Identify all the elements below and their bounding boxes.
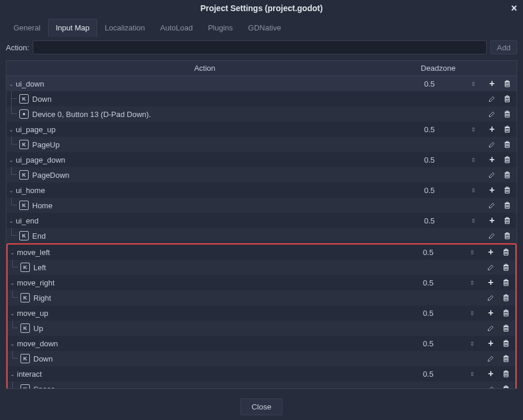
tab-gdnative[interactable]: GDNative bbox=[240, 19, 288, 37]
delete-icon[interactable] bbox=[501, 247, 511, 257]
action-tree[interactable]: ⌄ui_down0.5⇳KDownDevice 0, Button 13 (D-… bbox=[6, 76, 517, 388]
delete-icon[interactable] bbox=[501, 384, 511, 388]
close-button[interactable]: Close bbox=[240, 398, 283, 415]
spinner-icon[interactable]: ⇳ bbox=[471, 157, 479, 163]
delete-icon[interactable] bbox=[501, 323, 511, 333]
spinner-icon[interactable]: ⇳ bbox=[471, 81, 479, 87]
event-row[interactable]: KDown bbox=[6, 91, 517, 106]
expand-icon[interactable]: ⌄ bbox=[9, 126, 15, 133]
expand-icon[interactable]: ⌄ bbox=[10, 249, 16, 256]
action-row[interactable]: ⌄ui_end0.5⇳ bbox=[6, 213, 517, 228]
delete-icon[interactable] bbox=[501, 278, 511, 287]
spinner-icon[interactable]: ⇳ bbox=[471, 187, 479, 194]
tab-plugins[interactable]: Plugins bbox=[200, 19, 240, 37]
action-row[interactable]: ⌄move_right0.5⇳ bbox=[8, 275, 515, 290]
expand-icon[interactable]: ⌄ bbox=[9, 157, 15, 163]
delete-icon[interactable] bbox=[503, 125, 512, 134]
edit-icon[interactable] bbox=[487, 201, 497, 210]
add-event-icon[interactable] bbox=[487, 125, 497, 134]
edit-icon[interactable] bbox=[487, 170, 497, 180]
delete-icon[interactable] bbox=[503, 94, 512, 104]
action-row[interactable]: ⌄ui_home0.5⇳ bbox=[6, 183, 517, 198]
column-action[interactable]: Action bbox=[6, 61, 403, 75]
deadzone-value[interactable]: 0.5 bbox=[421, 80, 471, 88]
deadzone-value[interactable]: 0.5 bbox=[419, 309, 470, 318]
delete-icon[interactable] bbox=[503, 185, 512, 195]
add-event-icon[interactable] bbox=[486, 247, 496, 257]
add-event-icon[interactable] bbox=[486, 308, 496, 318]
delete-icon[interactable] bbox=[501, 308, 511, 318]
event-row[interactable]: KHome bbox=[6, 198, 517, 213]
edit-icon[interactable] bbox=[486, 323, 496, 333]
expand-icon[interactable]: ⌄ bbox=[10, 371, 16, 377]
add-event-icon[interactable] bbox=[486, 339, 496, 348]
edit-icon[interactable] bbox=[487, 140, 497, 149]
edit-icon[interactable] bbox=[487, 109, 497, 119]
event-row[interactable]: KSpace bbox=[8, 381, 515, 388]
deadzone-value[interactable]: 0.5 bbox=[421, 186, 471, 195]
delete-icon[interactable] bbox=[501, 293, 511, 302]
action-row[interactable]: ⌄move_left0.5⇳ bbox=[8, 245, 515, 260]
add-event-icon[interactable] bbox=[486, 369, 496, 378]
add-event-icon[interactable] bbox=[487, 155, 497, 164]
expand-icon[interactable]: ⌄ bbox=[10, 340, 16, 347]
expand-icon[interactable]: ⌄ bbox=[9, 187, 15, 194]
spinner-icon[interactable]: ⇳ bbox=[471, 218, 479, 224]
edit-icon[interactable] bbox=[487, 231, 497, 240]
delete-icon[interactable] bbox=[503, 216, 512, 225]
delete-icon[interactable] bbox=[503, 170, 512, 180]
deadzone-value[interactable]: 0.5 bbox=[421, 156, 471, 164]
deadzone-value[interactable]: 0.5 bbox=[419, 248, 470, 257]
tab-autoload[interactable]: AutoLoad bbox=[153, 19, 201, 37]
tab-general[interactable]: General bbox=[6, 19, 48, 37]
delete-icon[interactable] bbox=[501, 263, 511, 272]
action-input[interactable] bbox=[33, 40, 487, 54]
edit-icon[interactable] bbox=[486, 263, 496, 272]
delete-icon[interactable] bbox=[501, 369, 511, 378]
deadzone-value[interactable]: 0.5 bbox=[419, 370, 470, 378]
delete-icon[interactable] bbox=[501, 354, 511, 363]
expand-icon[interactable]: ⌄ bbox=[10, 310, 16, 316]
delete-icon[interactable] bbox=[503, 201, 512, 210]
delete-icon[interactable] bbox=[503, 109, 512, 119]
edit-icon[interactable] bbox=[487, 94, 497, 104]
expand-icon[interactable]: ⌄ bbox=[9, 81, 15, 87]
event-row[interactable]: KPageDown bbox=[6, 167, 517, 183]
add-event-icon[interactable] bbox=[487, 79, 497, 88]
close-icon[interactable]: × bbox=[511, 2, 517, 15]
event-row[interactable]: KDown bbox=[8, 351, 515, 366]
edit-icon[interactable] bbox=[486, 354, 496, 363]
action-row[interactable]: ⌄ui_down0.5⇳ bbox=[6, 76, 517, 91]
add-event-icon[interactable] bbox=[487, 185, 497, 195]
event-row[interactable]: KPageUp bbox=[6, 137, 517, 152]
event-row[interactable]: Device 0, Button 13 (D-Pad Down). bbox=[6, 106, 517, 122]
delete-icon[interactable] bbox=[503, 155, 512, 164]
deadzone-value[interactable]: 0.5 bbox=[421, 216, 471, 225]
spinner-icon[interactable]: ⇳ bbox=[470, 280, 478, 286]
event-row[interactable]: KLeft bbox=[8, 260, 515, 275]
spinner-icon[interactable]: ⇳ bbox=[470, 249, 478, 256]
expand-icon[interactable]: ⌄ bbox=[9, 218, 15, 224]
spinner-icon[interactable]: ⇳ bbox=[470, 371, 478, 377]
tab-input-map[interactable]: Input Map bbox=[48, 19, 97, 37]
delete-icon[interactable] bbox=[503, 140, 512, 149]
action-row[interactable]: ⌄ui_page_up0.5⇳ bbox=[6, 122, 517, 137]
delete-icon[interactable] bbox=[503, 231, 512, 240]
delete-icon[interactable] bbox=[503, 79, 512, 88]
deadzone-value[interactable]: 0.5 bbox=[421, 125, 471, 134]
action-row[interactable]: ⌄move_up0.5⇳ bbox=[8, 305, 515, 321]
event-row[interactable]: KRight bbox=[8, 290, 515, 305]
column-deadzone[interactable]: Deadzone bbox=[403, 61, 473, 75]
edit-icon[interactable] bbox=[486, 384, 496, 388]
spinner-icon[interactable]: ⇳ bbox=[471, 126, 479, 133]
action-row[interactable]: ⌄move_down0.5⇳ bbox=[8, 336, 515, 351]
event-row[interactable]: KEnd bbox=[6, 228, 517, 243]
tab-localization[interactable]: Localization bbox=[97, 19, 153, 37]
expand-icon[interactable]: ⌄ bbox=[10, 280, 16, 286]
add-event-icon[interactable] bbox=[487, 216, 497, 225]
add-button[interactable]: Add bbox=[490, 40, 517, 54]
spinner-icon[interactable]: ⇳ bbox=[470, 340, 478, 347]
add-event-icon[interactable] bbox=[486, 278, 496, 287]
action-row[interactable]: ⌄ui_page_down0.5⇳ bbox=[6, 152, 517, 167]
event-row[interactable]: KUp bbox=[8, 321, 515, 336]
